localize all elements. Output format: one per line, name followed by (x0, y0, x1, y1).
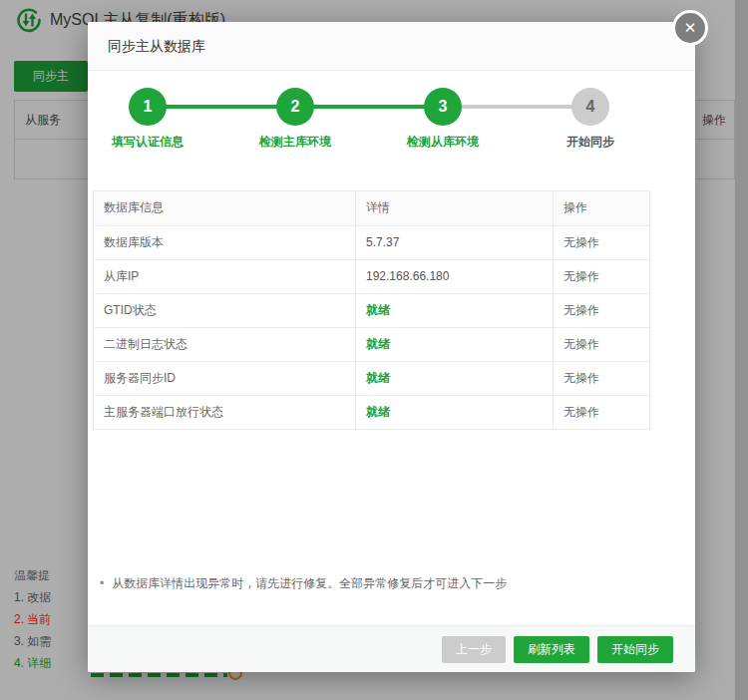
row-name: 服务器同步ID (94, 362, 355, 395)
table-row: GTID状态 就绪 无操作 (94, 293, 649, 327)
slave-db-detail-table: 数据库信息 详情 操作 数据库版本 5.7.37 无操作 从库IP 192.16… (93, 190, 650, 430)
header-action: 操作 (553, 191, 651, 225)
row-detail-ready: 就绪 (355, 328, 553, 361)
step-label-start-sync: 开始同步 (566, 134, 614, 151)
warning-note-text: 从数据库详情出现异常时，请先进行修复。全部异常修复后才可进入下一步 (112, 576, 507, 590)
step-label-check-slave: 检测从库环境 (407, 134, 479, 151)
dialog-footer: 上一步 刷新列表 开始同步 (88, 625, 695, 672)
row-name: GTID状态 (94, 294, 355, 327)
table-row: 服务器同步ID 就绪 无操作 (94, 361, 649, 395)
step-connector-1-2 (148, 105, 295, 109)
row-name: 从库IP (94, 260, 355, 293)
table-row: 从库IP 192.168.66.180 无操作 (94, 259, 649, 293)
header-detail: 详情 (355, 191, 553, 225)
row-name: 主服务器端口放行状态 (94, 396, 355, 429)
prev-step-button[interactable]: 上一步 (442, 636, 506, 663)
dialog-title: 同步主从数据库 (108, 22, 205, 71)
row-action: 无操作 (553, 226, 651, 259)
row-name: 数据库版本 (94, 226, 355, 259)
step-label-check-master: 检测主库环境 (259, 134, 331, 151)
close-icon[interactable]: ✕ (672, 10, 708, 46)
step-circle-2: 2 (276, 88, 314, 126)
row-action: 无操作 (553, 328, 651, 361)
step-connector-2-3 (295, 105, 443, 109)
table-row: 主服务器端口放行状态 就绪 无操作 (94, 395, 649, 429)
step-connector-3-4 (443, 105, 590, 109)
step-label-auth: 填写认证信息 (112, 134, 184, 151)
row-detail: 5.7.37 (355, 226, 553, 259)
table-header-row: 数据库信息 详情 操作 (94, 191, 649, 225)
start-sync-button[interactable]: 开始同步 (597, 636, 673, 663)
row-detail-ready: 就绪 (355, 294, 553, 327)
table-row: 二进制日志状态 就绪 无操作 (94, 327, 649, 361)
step-circle-4: 4 (571, 88, 609, 126)
row-detail-ready: 就绪 (355, 362, 553, 395)
sync-wizard-dialog: 同步主从数据库 1 2 3 4 填写认证信息 检测主库环境 检测从库环境 开始同… (88, 22, 695, 672)
row-detail: 192.168.66.180 (355, 260, 553, 293)
row-action: 无操作 (553, 396, 651, 429)
row-name: 二进制日志状态 (94, 328, 355, 361)
header-db-info: 数据库信息 (94, 191, 355, 225)
dialog-header: 同步主从数据库 (88, 22, 695, 71)
step-circle-1: 1 (129, 88, 167, 126)
row-detail-ready: 就绪 (355, 396, 553, 429)
row-action: 无操作 (553, 260, 651, 293)
warning-note: •从数据库详情出现异常时，请先进行修复。全部异常修复后才可进入下一步 (96, 575, 507, 592)
step-circle-3: 3 (424, 88, 462, 126)
bullet-icon: • (100, 576, 104, 590)
wizard-stepper: 1 2 3 4 填写认证信息 检测主库环境 检测从库环境 开始同步 (88, 71, 695, 180)
row-action: 无操作 (553, 294, 651, 327)
refresh-list-button[interactable]: 刷新列表 (514, 636, 589, 663)
row-action: 无操作 (553, 362, 651, 395)
table-row: 数据库版本 5.7.37 无操作 (94, 225, 649, 259)
